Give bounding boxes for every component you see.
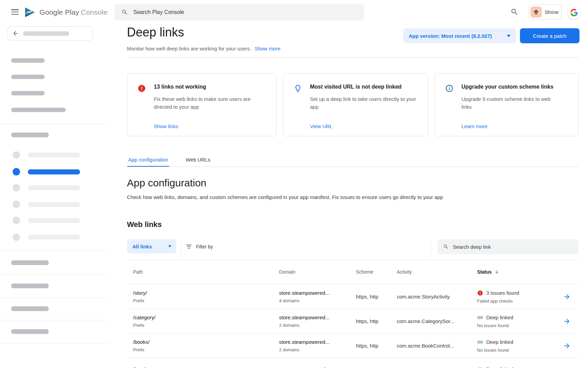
- sidebar-back-button[interactable]: [7, 26, 93, 41]
- view-url-link[interactable]: View URL: [310, 123, 420, 129]
- column-header-domain: Domain: [273, 269, 350, 275]
- skeleton-bar: [11, 58, 45, 63]
- table-row[interactable]: /category/Prefix store.steampowered...2 …: [127, 309, 578, 334]
- table-header-row: Path Domain Scheme Activity Status: [127, 260, 578, 285]
- shrine-app-icon: [530, 6, 542, 18]
- logo-console: Console: [81, 8, 108, 16]
- show-more-link[interactable]: Show more: [255, 46, 280, 51]
- sidebar-nav-item[interactable]: [13, 233, 81, 241]
- sidebar-divider: [0, 320, 108, 320]
- deep-linked-icon: [477, 315, 483, 321]
- skeleton-bar: [28, 153, 80, 157]
- app-switcher-label: Shrine: [545, 10, 558, 15]
- skeleton-bar: [28, 235, 80, 240]
- table-row[interactable]: /story/Prefix store.steampowered...4 dom…: [127, 285, 578, 309]
- sidebar-divider: [0, 250, 108, 251]
- skeleton-bar: [11, 108, 66, 112]
- skeleton-bar: [23, 31, 69, 36]
- row-arrow-icon[interactable]: [555, 318, 578, 325]
- skeleton-bar: [11, 329, 49, 334]
- row-arrow-icon[interactable]: [555, 293, 578, 301]
- logo-text: Google PlayConsole: [39, 8, 108, 16]
- card-body: Fix these web links to make sure users a…: [154, 95, 261, 111]
- skeleton-bar: [11, 306, 49, 311]
- info-icon: [445, 84, 454, 129]
- skeleton-bar: [11, 283, 49, 288]
- row-arrow-icon[interactable]: [555, 342, 578, 350]
- chevron-down-icon: [507, 35, 511, 37]
- page-subtitle: Monitor how well deep links are working …: [127, 46, 251, 51]
- nav-item-icon: [13, 151, 20, 159]
- deep-linked-icon: [477, 366, 483, 368]
- links-filter-value: All links: [132, 244, 152, 249]
- chevron-down-icon: [168, 245, 172, 247]
- search-icon: [121, 9, 128, 16]
- sidebar-nav-item[interactable]: [13, 151, 81, 159]
- card-links-not-working: 13 links not working Fix these web links…: [127, 73, 277, 136]
- deep-link-search-bar[interactable]: [438, 239, 578, 254]
- card-title: Most visited URL is not deep linked: [310, 84, 420, 90]
- deep-linked-icon: [477, 339, 483, 345]
- deep-link-search-input[interactable]: [453, 244, 573, 250]
- sidebar-divider: [0, 297, 108, 298]
- tab-web-urls[interactable]: Web URLs: [184, 154, 212, 167]
- toolbar-divider: [430, 239, 431, 259]
- play-console-logo: Google PlayConsole: [24, 7, 108, 17]
- row-arrow-icon[interactable]: [555, 367, 578, 368]
- sidebar-nav-item[interactable]: [13, 217, 81, 224]
- sidebar-nav-item-active[interactable]: [13, 168, 81, 175]
- card-body: Upgrade 9 custom scheme links to web lin…: [461, 95, 558, 111]
- tab-bar-divider: [127, 167, 578, 167]
- header-divider: [127, 57, 578, 58]
- search-icon: [443, 244, 449, 250]
- column-header-status[interactable]: Status: [471, 269, 555, 275]
- tab-app-configuration[interactable]: App configuration: [127, 154, 169, 167]
- menu-hamburger-icon[interactable]: [11, 9, 19, 15]
- tab-bar: App configuration Web URLs: [127, 154, 227, 167]
- topbar-search-icon[interactable]: [510, 8, 519, 16]
- console-search-input[interactable]: [133, 9, 357, 15]
- error-icon: [477, 290, 483, 296]
- nav-item-icon: [13, 168, 20, 175]
- nav-item-icon: [13, 217, 20, 224]
- card-upgrade-scheme-links: Upgrade your custom scheme links Upgrade…: [435, 73, 578, 136]
- filter-by-control[interactable]: Filter by: [186, 243, 213, 251]
- sidebar-nav-item[interactable]: [13, 184, 81, 191]
- skeleton-bar: [11, 75, 45, 79]
- sidebar-divider: [0, 275, 108, 275]
- web-links-table: Path Domain Scheme Activity Status /stor…: [127, 260, 578, 368]
- google-g-icon: [570, 9, 578, 16]
- logo-google-play: Google Play: [39, 8, 79, 16]
- console-search-bar[interactable]: [115, 4, 364, 20]
- sort-descending-icon: [494, 270, 499, 274]
- skeleton-bar: [28, 185, 80, 190]
- google-account-avatar[interactable]: [568, 6, 581, 19]
- nav-item-icon: [13, 233, 20, 241]
- app-switcher-chip[interactable]: Shrine: [528, 4, 561, 20]
- table-row[interactable]: /books/Prefix store.steampowered...2 dom…: [127, 334, 578, 358]
- web-links-heading: Web links: [127, 220, 162, 229]
- show-links-link[interactable]: Show links: [154, 123, 268, 129]
- lightbulb-icon: [294, 84, 303, 129]
- card-body: Set up a deep link to take users directl…: [310, 95, 419, 111]
- sidebar-divider: [0, 124, 108, 124]
- skeleton-bar: [11, 260, 49, 265]
- section-description: Check how web links, domains, and custom…: [127, 194, 443, 200]
- column-header-activity: Activity: [391, 269, 471, 275]
- shrine-diamond-icon: [533, 9, 539, 15]
- sidebar-nav-item[interactable]: [13, 201, 81, 208]
- learn-more-link[interactable]: Learn more: [461, 123, 570, 129]
- skeleton-bar: [28, 218, 80, 223]
- section-heading: App configuration: [127, 177, 207, 189]
- links-filter-dropdown[interactable]: All links: [127, 239, 176, 254]
- app-version-selector[interactable]: App version: Most recent (8.2.027): [403, 28, 516, 43]
- table-row[interactable]: /item/ store.steampowered... Deep linked: [127, 358, 578, 368]
- create-patch-button[interactable]: Create a patch: [520, 28, 579, 43]
- column-header-path: Path: [127, 269, 273, 275]
- skeleton-bar: [28, 169, 80, 174]
- column-header-scheme: Scheme: [350, 269, 391, 275]
- error-icon: [137, 84, 146, 129]
- play-console-logo-icon: [24, 7, 35, 17]
- back-arrow-icon: [12, 30, 19, 37]
- sidebar-divider: [0, 343, 108, 343]
